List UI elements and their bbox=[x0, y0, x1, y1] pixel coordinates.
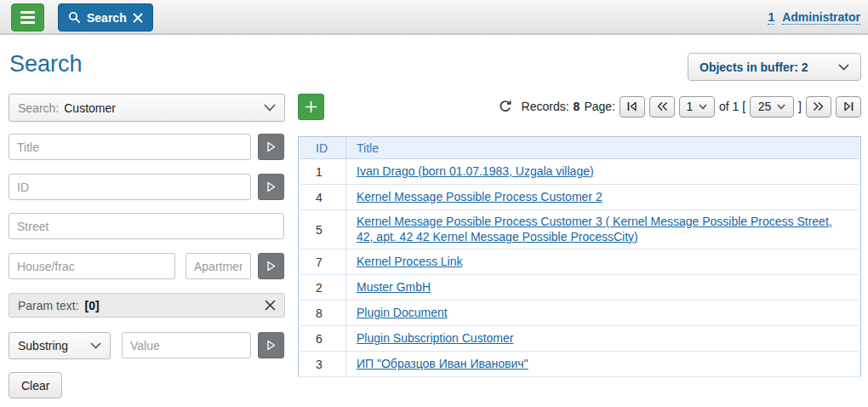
close-icon[interactable] bbox=[133, 13, 143, 23]
run-icon bbox=[266, 261, 276, 272]
row-id: 1 bbox=[299, 159, 346, 185]
prev-page-button[interactable] bbox=[649, 96, 675, 118]
chevron-down-icon bbox=[699, 104, 707, 110]
title-input[interactable] bbox=[9, 134, 251, 160]
column-header-id[interactable]: ID bbox=[299, 137, 346, 159]
param-text-label: Param text: bbox=[18, 299, 79, 312]
id-input[interactable] bbox=[9, 174, 251, 200]
house-input[interactable] bbox=[9, 253, 175, 279]
run-address-search-button[interactable] bbox=[258, 253, 284, 279]
table-row: 6 Plugin Subscription Customer bbox=[299, 326, 861, 352]
tab-label: Search bbox=[87, 11, 127, 25]
row-title-link[interactable]: Kernel Message Possible Process Customer… bbox=[357, 190, 602, 204]
refresh-button[interactable] bbox=[499, 100, 512, 113]
search-type-label: Search: bbox=[18, 101, 59, 115]
table-row: 2 Muster GmbH bbox=[299, 275, 861, 301]
run-param-search-button[interactable] bbox=[258, 332, 284, 358]
chevron-down-icon bbox=[838, 64, 849, 71]
first-page-icon bbox=[626, 101, 637, 112]
page-number-value: 1 bbox=[687, 100, 694, 113]
hamburger-icon bbox=[20, 11, 35, 24]
records-count: 8 bbox=[574, 100, 580, 113]
search-icon bbox=[68, 11, 81, 24]
next-page-icon bbox=[813, 101, 825, 112]
add-icon bbox=[305, 100, 317, 113]
row-title-link[interactable]: Plugin Document bbox=[357, 306, 448, 319]
user-area: 1 Administrator bbox=[768, 10, 860, 25]
clear-button[interactable]: Clear bbox=[9, 372, 62, 398]
chevron-down-icon bbox=[90, 342, 101, 349]
records-label: Records: bbox=[522, 100, 569, 113]
next-page-button[interactable] bbox=[806, 96, 831, 118]
first-page-button[interactable] bbox=[620, 96, 645, 118]
row-title-link[interactable]: Ivan Drago (born 01.07.1983, Uzgala vill… bbox=[357, 164, 594, 178]
page-number-select[interactable]: 1 bbox=[679, 96, 715, 118]
table-row: 7 Kernel Process Link bbox=[299, 249, 861, 275]
row-title-link[interactable]: Plugin Subscription Customer bbox=[357, 331, 513, 345]
per-page-value: 25 bbox=[758, 100, 772, 113]
street-input[interactable] bbox=[9, 213, 284, 239]
table-row: 3 ИП "Образцов Иван Иванович" bbox=[299, 352, 861, 377]
run-icon bbox=[266, 141, 276, 152]
row-id: 2 bbox=[299, 275, 346, 301]
topbar: Search 1 Administrator bbox=[0, 0, 868, 35]
table-row: 8 Plugin Document bbox=[299, 301, 861, 326]
param-value-input[interactable] bbox=[122, 332, 251, 358]
table-row: 5 Kernel Message Possible Process Custom… bbox=[299, 210, 861, 249]
chevron-down-icon bbox=[777, 104, 785, 110]
page-title: Search bbox=[9, 51, 83, 77]
search-type-select[interactable]: Search: Customer bbox=[9, 94, 285, 122]
menu-button[interactable] bbox=[11, 3, 44, 32]
row-id: 4 bbox=[299, 185, 346, 210]
match-mode-value: Substring bbox=[18, 339, 68, 353]
table-row: 4 Kernel Message Possible Process Custom… bbox=[299, 185, 861, 210]
objects-in-buffer-label: Objects in buffer: 2 bbox=[700, 60, 808, 74]
row-title-link[interactable]: Muster GmbH bbox=[357, 280, 431, 294]
tab-search[interactable]: Search bbox=[58, 3, 153, 32]
table-row: 1 Ivan Drago (born 01.07.1983, Uzgala vi… bbox=[299, 159, 861, 185]
per-page-select[interactable]: 25 bbox=[750, 96, 794, 118]
objects-in-buffer-button[interactable]: Objects in buffer: 2 bbox=[688, 53, 861, 81]
row-id: 3 bbox=[299, 352, 346, 377]
bracket-close-label: ] bbox=[798, 100, 802, 113]
param-text-bar: Param text: [0] bbox=[9, 293, 285, 318]
row-id: 5 bbox=[299, 210, 346, 249]
add-button[interactable] bbox=[298, 94, 324, 120]
run-title-search-button[interactable] bbox=[258, 134, 284, 160]
row-id: 6 bbox=[299, 326, 346, 352]
last-page-icon bbox=[843, 101, 854, 112]
results-table: ID Title 1 Ivan Drago (born 01.07.1983, … bbox=[298, 136, 861, 377]
row-id: 7 bbox=[299, 249, 346, 275]
of-pages-label: of 1 [ bbox=[719, 100, 745, 113]
row-title-link[interactable]: Kernel Message Possible Process Customer… bbox=[357, 215, 832, 244]
prev-page-icon bbox=[656, 101, 668, 112]
table-header-row: ID Title bbox=[299, 137, 861, 159]
run-icon bbox=[266, 181, 276, 192]
user-name-link[interactable]: Administrator bbox=[782, 10, 860, 25]
column-header-title[interactable]: Title bbox=[346, 137, 861, 159]
row-id: 8 bbox=[299, 301, 346, 326]
match-mode-select[interactable]: Substring bbox=[9, 332, 111, 359]
run-icon bbox=[266, 340, 276, 351]
page-label: Page: bbox=[584, 100, 615, 113]
param-text-count: [0] bbox=[85, 299, 100, 312]
search-type-value: Customer bbox=[64, 101, 116, 115]
results-table-body: 1 Ivan Drago (born 01.07.1983, Uzgala vi… bbox=[299, 159, 861, 377]
row-title-link[interactable]: ИП "Образцов Иван Иванович" bbox=[357, 357, 528, 370]
row-title-link[interactable]: Kernel Process Link bbox=[357, 255, 463, 268]
last-page-button[interactable] bbox=[836, 96, 861, 118]
clear-param-button[interactable] bbox=[265, 300, 276, 311]
user-id-link[interactable]: 1 bbox=[768, 10, 774, 25]
apartment-input[interactable] bbox=[186, 253, 251, 279]
chevron-down-icon bbox=[264, 104, 276, 112]
run-id-search-button[interactable] bbox=[258, 174, 284, 200]
pagination-bar: Records: 8 Page: 1 of 1 [ 25 ] bbox=[499, 95, 861, 118]
